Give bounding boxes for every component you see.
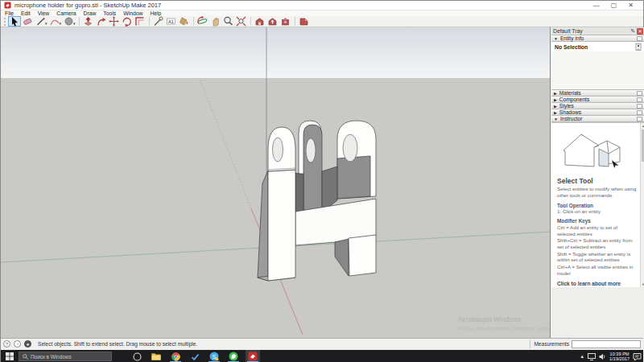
model-left-hole [273, 138, 283, 162]
system-tray: ▲ 10:39 PM 1/19/2017 [580, 350, 642, 362]
taskbar-clock[interactable]: 10:39 PM 1/19/2017 [609, 352, 630, 362]
modifier-keys-title: Modifier Keys [557, 218, 637, 224]
tray-close-icon[interactable]: ✕ [637, 28, 643, 35]
menu-bar: File Edit View Camera Draw Tools Window … [1, 10, 643, 16]
minimize-button[interactable]: — [593, 2, 600, 10]
chevron-up-icon[interactable]: ▲ [580, 354, 584, 359]
paint-bucket-tool[interactable] [178, 16, 191, 27]
measurements-input[interactable] [572, 340, 641, 348]
tool-operation-item: 1. Click on an entity [557, 208, 637, 215]
panel-entity-info[interactable]: ▼ Entity Info [551, 35, 644, 42]
rotate-tool[interactable] [121, 16, 134, 27]
entity-info-menu-button[interactable] [637, 36, 642, 41]
pin-icon[interactable]: ✎ [630, 28, 635, 35]
window-title: microphone holder for gopro.stl - Sketch… [14, 2, 593, 9]
share-model-tool[interactable] [266, 16, 279, 27]
components-menu-button[interactable] [637, 97, 642, 102]
notification-icon[interactable] [633, 352, 642, 361]
clock-date: 1/19/2017 [609, 356, 630, 361]
title-bar: microphone holder for gopro.stl - Sketch… [1, 1, 643, 10]
start-button[interactable] [1, 350, 19, 362]
line-icon [35, 16, 46, 27]
zoom-extents-tool[interactable] [235, 16, 248, 27]
panel-instructor[interactable]: ▼ Instructor [551, 115, 644, 122]
panel-materials[interactable]: ▶ Materials [551, 89, 644, 97]
task-view-icon [133, 352, 142, 361]
advanced-operations-link[interactable]: Click to learn about more advanced opera… [557, 281, 637, 287]
arc-tool[interactable] [48, 16, 61, 27]
menu-help[interactable]: Help [150, 10, 161, 16]
line-tool[interactable] [34, 16, 47, 27]
file-explorer-button[interactable] [149, 350, 163, 362]
skype-button[interactable]: S [207, 350, 221, 362]
checkmark-icon [191, 352, 200, 361]
eraser-tool[interactable] [21, 16, 34, 27]
zoom-tool[interactable] [222, 16, 235, 27]
follow-me-icon [96, 16, 106, 27]
menu-tools[interactable]: Tools [103, 10, 116, 16]
menu-window[interactable]: Window [123, 10, 142, 16]
monitor-icon[interactable] [588, 353, 596, 360]
entity-info-label: Entity Info [560, 35, 637, 41]
red-axis-dashed [200, 80, 251, 208]
maximize-button[interactable]: ▢ [611, 2, 617, 10]
scroll-up-icon[interactable]: ▲ [641, 123, 644, 129]
share-model-icon [267, 16, 278, 27]
whatsapp-button[interactable] [226, 350, 241, 362]
pan-tool[interactable] [209, 16, 222, 27]
push-pull-icon [83, 16, 93, 27]
entity-info-empty-area [551, 51, 644, 90]
sketchup-taskbar-button[interactable] [246, 350, 260, 362]
default-tray: Default Tray ✎ ✕ ▼ Entity Info No Select… [551, 27, 644, 338]
menu-camera[interactable]: Camera [56, 10, 76, 16]
chrome-button[interactable] [168, 350, 183, 362]
geolocation-icon[interactable]: ◔ [14, 340, 21, 348]
text-tool[interactable]: A1 [165, 16, 178, 27]
close-button[interactable]: ✕ [628, 2, 634, 10]
menu-view[interactable]: View [38, 10, 50, 16]
toolbar-grip[interactable] [4, 18, 6, 26]
menu-draw[interactable]: Draw [83, 10, 96, 16]
chevron-down-icon: ▼ [554, 117, 558, 121]
scroll-down-icon[interactable]: ▼ [641, 282, 644, 287]
extension-warehouse-tool[interactable] [279, 16, 292, 27]
shapes-tool[interactable] [62, 16, 75, 27]
text-icon: A1 [166, 16, 176, 27]
volume-icon[interactable] [599, 353, 606, 360]
model-3d[interactable] [258, 121, 376, 281]
orbit-tool[interactable] [196, 16, 209, 27]
instructor-illustration [557, 126, 630, 173]
materials-menu-button[interactable] [637, 91, 642, 96]
arc-icon [49, 16, 60, 27]
tape-measure-tool[interactable] [152, 16, 165, 27]
follow-me-tool[interactable] [95, 16, 108, 27]
panel-shadows[interactable]: ▶ Shadows [551, 109, 644, 116]
details-icon[interactable] [635, 43, 642, 51]
verified-app-button[interactable] [188, 350, 202, 362]
modifier-ctrl: Ctrl = Add an entity to set of selected … [557, 224, 637, 237]
select-tool[interactable] [8, 16, 21, 27]
select-icon [10, 16, 20, 27]
styles-menu-button[interactable] [637, 104, 642, 109]
tray-title: Default Tray [553, 28, 630, 34]
offset-tool[interactable] [134, 16, 147, 27]
menu-file[interactable]: File [5, 10, 14, 16]
taskbar-search[interactable]: Поиск в Windows [19, 352, 112, 361]
drawing-viewport[interactable]: Активация Windows Чтобы активировать Win… [1, 27, 551, 338]
globe-icon[interactable]: ● [24, 340, 31, 348]
instructor-menu-button[interactable] [637, 117, 642, 121]
help-icon[interactable]: ? [3, 340, 10, 348]
3d-warehouse-tool[interactable] [254, 16, 266, 27]
text-tool-label: A1 [168, 19, 174, 24]
task-view-button[interactable] [130, 350, 144, 362]
push-pull-tool[interactable] [82, 16, 95, 27]
materials-label: Materials [559, 90, 637, 96]
panel-components[interactable]: ▶ Components [551, 96, 644, 103]
send-model-tool[interactable] [298, 16, 311, 27]
menu-edit[interactable]: Edit [21, 10, 31, 16]
instructor-description: Select entities to modify when using oth… [557, 186, 637, 199]
shadows-menu-button[interactable] [637, 110, 642, 115]
move-tool[interactable] [108, 16, 121, 27]
panel-styles[interactable]: ▶ Styles [551, 102, 644, 109]
instructor-scrollbar[interactable]: ▲ ▼ [640, 123, 644, 287]
